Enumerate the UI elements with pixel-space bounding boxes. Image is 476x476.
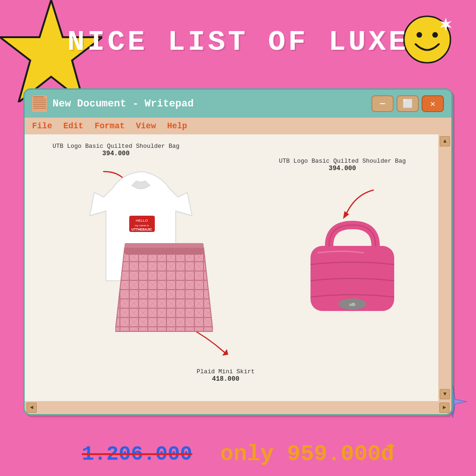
maximize-button[interactable]: ⬜: [397, 95, 419, 112]
menu-bar: File Edit Format View Help: [25, 118, 451, 134]
product-name-1: UTB Logo Basic Quilted Shoulder Bag: [53, 143, 179, 150]
scroll-right-arrow[interactable]: ►: [439, 403, 450, 413]
scrollbar-bottom[interactable]: ◄ ►: [25, 401, 451, 414]
product-price-2: 394.000: [279, 165, 406, 172]
content-wrapper: UTB Logo Basic Quilted Shoulder Bag 394.…: [25, 134, 451, 401]
product-label-1: UTB Logo Basic Quilted Shoulder Bag 394.…: [53, 143, 179, 157]
scroll-up-arrow[interactable]: ▲: [440, 136, 450, 146]
content-area: UTB Logo Basic Quilted Shoulder Bag 394.…: [25, 134, 438, 401]
product-name-3: Plaid Mini Skirt: [197, 368, 255, 375]
product-label-2: UTB Logo Basic Quilted Shoulder Bag 394.…: [279, 158, 406, 172]
bag-image: utb: [304, 218, 401, 320]
page-title: NICE LIST OF LUXE: [0, 26, 476, 59]
window-title: New Document - Writepad: [53, 98, 366, 110]
window-controls: — ⬜ ✕: [371, 95, 444, 112]
svg-rect-17: [125, 243, 204, 248]
minimize-button[interactable]: —: [371, 95, 394, 112]
product-price-1: 394.000: [53, 150, 179, 157]
menu-edit[interactable]: Edit: [63, 121, 83, 131]
close-button[interactable]: ✕: [422, 95, 444, 112]
menu-help[interactable]: Help: [167, 121, 187, 131]
arrow-2: [331, 185, 387, 223]
writepad-window: New Document - Writepad — ⬜ ✕ File Edit …: [23, 88, 453, 416]
product-label-3: Plaid Mini Skirt 418.000: [197, 368, 255, 383]
scroll-left-arrow[interactable]: ◄: [26, 403, 37, 413]
product-name-2: UTB Logo Basic Quilted Shoulder Bag: [279, 158, 406, 165]
svg-marker-6: [222, 349, 228, 356]
new-price: only 959.000đ: [220, 442, 394, 467]
menu-view[interactable]: View: [136, 121, 156, 131]
svg-text:my name is: my name is: [135, 224, 149, 227]
skirt-image: [115, 238, 213, 341]
svg-text:HELLO: HELLO: [136, 218, 148, 223]
svg-text:UTTHEBAJIC: UTTHEBAJIC: [132, 228, 152, 231]
product-price-3: 418.000: [197, 375, 255, 383]
scrollbar-right[interactable]: ▲ ▼: [438, 134, 451, 401]
svg-text:utb: utb: [350, 302, 356, 307]
menu-format[interactable]: Format: [94, 121, 125, 131]
document-icon: [32, 95, 47, 112]
scroll-down-arrow[interactable]: ▼: [440, 389, 450, 399]
old-price: 1.206.000: [82, 443, 192, 466]
menu-file[interactable]: File: [32, 121, 52, 131]
price-footer: 1.206.000 only 959.000đ: [0, 442, 476, 467]
title-bar: New Document - Writepad — ⬜ ✕: [25, 90, 451, 118]
